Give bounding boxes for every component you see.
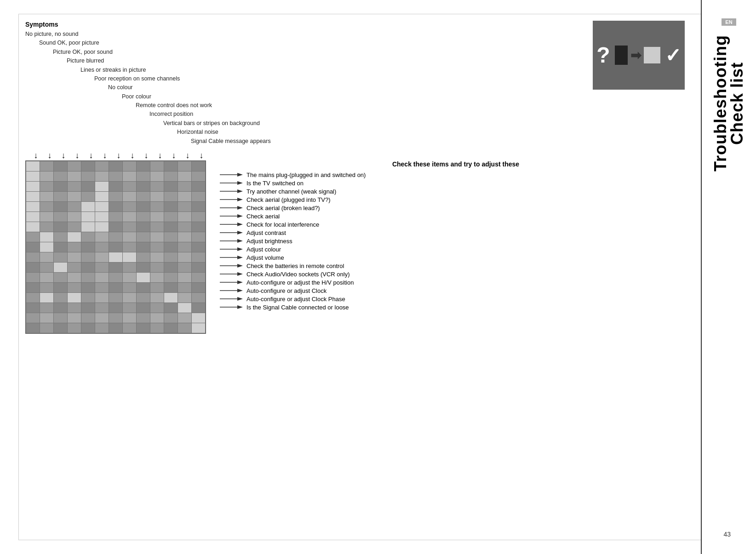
svg-marker-15 [237, 231, 243, 234]
grid-cell [40, 222, 54, 232]
right-arrow-icon [220, 180, 243, 186]
grid-table [26, 161, 206, 333]
grid-cell [137, 191, 150, 201]
checklist-item-text: Adjust brightness [246, 238, 292, 245]
grid-cell [178, 161, 192, 171]
svg-marker-7 [237, 198, 243, 201]
grid-cell [137, 282, 150, 292]
symptom-5: Lines or streaks in picture [80, 66, 692, 74]
grid-cell [109, 232, 123, 242]
grid-cell [26, 201, 40, 211]
grid-cell [95, 171, 109, 181]
checklist-item: Try another channel (weak signal) [220, 188, 692, 195]
grid-cell [54, 262, 68, 272]
symptom-7: No colour [108, 83, 692, 92]
grid-cell [150, 252, 164, 262]
grid-cell [192, 222, 206, 232]
grid-cell [40, 292, 54, 303]
grid-cell [95, 191, 109, 201]
checklist-item-text: Check aerial (broken lead?) [246, 205, 320, 211]
grid-cell [109, 242, 123, 252]
grid-cell [68, 232, 81, 242]
main-content: Symptoms No picture, no sound Sound OK, … [25, 21, 692, 533]
grid-cell [150, 222, 164, 232]
checklist-item: Adjust colour [220, 246, 692, 253]
checklist: Check these items and try to adjust thes… [220, 160, 692, 312]
grid-cell [109, 262, 123, 272]
svg-marker-31 [237, 297, 243, 301]
grid-cell [40, 252, 54, 262]
arrow-down-9: ↓ [139, 151, 153, 160]
grid-cell [164, 232, 178, 242]
grid-cell [68, 201, 81, 211]
grid-cell [150, 292, 164, 303]
grid-cell [81, 222, 95, 232]
grid-cell [81, 171, 95, 181]
grid-cell [192, 252, 206, 262]
grid-cell [40, 313, 54, 323]
grid-cell [164, 191, 178, 201]
grid-cell [40, 232, 54, 242]
grid-cell [68, 282, 81, 292]
symptoms-list: No picture, no sound Sound OK, poor pict… [25, 30, 692, 146]
checklist-item: Check the batteries in remote control [220, 263, 692, 269]
grid-cell [150, 201, 164, 211]
grid-cell [178, 201, 192, 211]
grid-cell [26, 211, 40, 222]
grid-cell [95, 272, 109, 282]
symptom-11: Vertical bars or stripes on background [163, 119, 692, 128]
grid-cell [68, 161, 81, 171]
grid-cell [95, 282, 109, 292]
grid-cell [95, 252, 109, 262]
grid-cell [68, 272, 81, 282]
grid-cell [164, 262, 178, 272]
symptom-3: Picture OK, poor sound [53, 48, 692, 57]
grid-cell [137, 232, 150, 242]
grid-cell [178, 171, 192, 181]
grid-cell [192, 232, 206, 242]
grid-cell [40, 171, 54, 181]
grid-cell [178, 303, 192, 313]
arrow-down-8: ↓ [126, 151, 139, 160]
grid-cell [164, 181, 178, 191]
grid-cell [150, 211, 164, 222]
svg-marker-9 [237, 206, 243, 210]
grid-cell [68, 171, 81, 181]
grid-cell [109, 313, 123, 323]
grid-cell [54, 201, 68, 211]
grid-cell [54, 313, 68, 323]
svg-marker-25 [237, 272, 243, 276]
grid-cell [150, 242, 164, 252]
grid-cell [192, 282, 206, 292]
grid-cell [68, 262, 81, 272]
checklist-item: Check aerial [220, 213, 692, 220]
svg-marker-27 [237, 280, 243, 284]
grid-cell [192, 161, 206, 171]
checklist-item: The mains plug-(plugged in and switched … [220, 171, 692, 178]
grid-cell [40, 282, 54, 292]
grid-cell [54, 292, 68, 303]
grid-cell [40, 201, 54, 211]
grid-cell [81, 292, 95, 303]
grid-cell [137, 161, 150, 171]
grid-cell [54, 191, 68, 201]
grid-cell [150, 161, 164, 171]
grid-cell [109, 191, 123, 201]
grid-cell [164, 303, 178, 313]
symptoms-header: Symptoms [25, 21, 692, 28]
checklist-item-text: Is the Signal Cable connected or loose [246, 304, 349, 311]
svg-marker-29 [237, 289, 243, 292]
arrow-down-12: ↓ [181, 151, 195, 160]
grid-cell [54, 181, 68, 191]
symptom-4: Picture blurred [67, 57, 692, 65]
grid-cell [123, 313, 137, 323]
right-arrow-icon [220, 196, 243, 203]
svg-marker-19 [237, 247, 243, 251]
grid-cell [54, 303, 68, 313]
right-arrow-icon [220, 304, 243, 310]
svg-marker-23 [237, 264, 243, 268]
checklist-item: Check for local interference [220, 221, 692, 228]
grid-cell [123, 232, 137, 242]
grid-cell [26, 292, 40, 303]
grid-cell [26, 171, 40, 181]
